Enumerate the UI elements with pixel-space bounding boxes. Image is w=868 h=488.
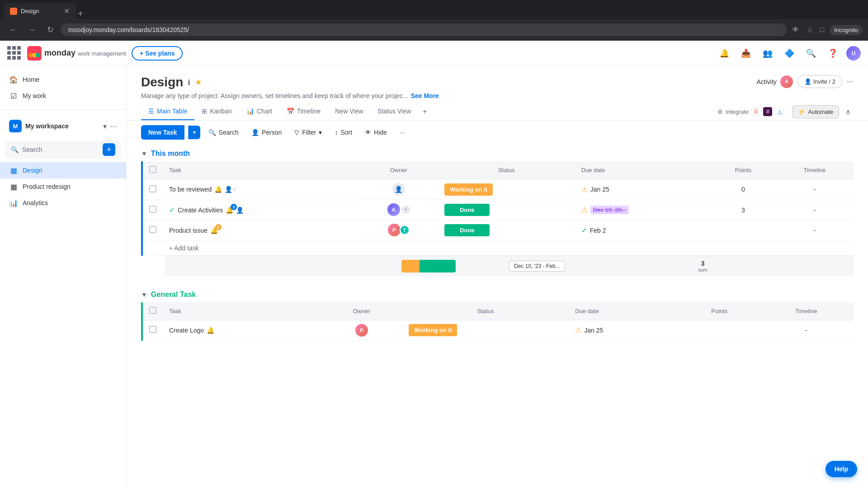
activity-section[interactable]: Activity A xyxy=(757,75,793,88)
status-badge[interactable]: Working on it xyxy=(444,183,493,196)
owner-avatar: A xyxy=(387,203,400,216)
workspace-section[interactable]: M My workspace ▾ ··· xyxy=(0,115,126,137)
table-row: Product issue 🔔1 P T Done xyxy=(143,220,854,240)
notification-icon[interactable]: 🔔2 xyxy=(226,206,233,214)
owner-avatar-2: T xyxy=(400,225,410,235)
tab-timeline[interactable]: 📅 Timeline xyxy=(279,103,328,120)
status-badge[interactable]: Done xyxy=(444,224,490,236)
grid-menu-icon[interactable] xyxy=(7,46,22,61)
tab-kanban[interactable]: ⊞ Kanban xyxy=(194,103,239,120)
notification-icon[interactable]: 🔔 xyxy=(214,186,222,193)
browser-tab[interactable]: Design ✕ xyxy=(4,3,76,19)
bookmark-icon[interactable]: ☆ xyxy=(805,24,815,36)
tab-chart[interactable]: 📊 Chart xyxy=(239,103,279,120)
status-cell[interactable]: Done xyxy=(438,220,575,240)
task-name-text: Create Logo xyxy=(169,327,204,334)
toolbar-search-label: Search xyxy=(219,129,239,136)
new-task-button[interactable]: New Task xyxy=(141,125,184,140)
invite-label: Invite / 2 xyxy=(813,78,835,85)
add-task-label[interactable]: + Add task xyxy=(163,240,359,255)
this-month-title[interactable]: This month xyxy=(151,150,190,158)
tab-main-table[interactable]: ☰ Main Table xyxy=(141,103,194,120)
person-filter-button[interactable]: 👤 Person xyxy=(247,126,286,139)
sidebar-item-design[interactable]: ▦ Design xyxy=(0,162,126,178)
more-toolbar-button[interactable]: ··· xyxy=(395,126,410,139)
sidebar-mywork-label: My work xyxy=(23,92,46,99)
visibility-icon[interactable]: 👁 xyxy=(790,24,801,36)
hide-button[interactable]: 👁 Hide xyxy=(360,126,392,139)
due-date-text: Feb 2 xyxy=(590,227,606,234)
select-all-checkbox[interactable] xyxy=(149,166,156,173)
status-badge[interactable]: Done xyxy=(444,204,490,216)
status-cell[interactable]: Working on it xyxy=(402,320,569,341)
invite-button[interactable]: 👤 Invite / 2 xyxy=(797,75,842,88)
sidebar-item-mywork[interactable]: ☑ My work xyxy=(0,88,126,104)
apps-icon[interactable]: 🔷 xyxy=(781,45,797,61)
notification-icon[interactable]: 🔔1 xyxy=(210,227,218,234)
owner-cell: P xyxy=(321,320,402,341)
sidebar-add-button[interactable]: + xyxy=(103,143,115,156)
due-warning-icon: ⚠ xyxy=(581,185,588,194)
help-button[interactable]: Help xyxy=(826,461,857,477)
help-icon[interactable]: ❓ xyxy=(825,45,841,61)
user-avatar[interactable]: U xyxy=(846,46,861,61)
sort-button[interactable]: ↕ Sort xyxy=(330,126,357,139)
filter-button[interactable]: ▽ Filter ▾ xyxy=(290,126,326,139)
task-check-icon[interactable]: ✓ xyxy=(169,206,175,214)
tab-close-icon[interactable]: ✕ xyxy=(64,7,70,15)
notifications-icon[interactable]: 🔔 xyxy=(716,45,732,61)
more-options-button[interactable]: ··· xyxy=(847,77,854,86)
board-info-icon[interactable]: ℹ xyxy=(188,78,190,87)
general-task-title[interactable]: General Task xyxy=(151,291,196,299)
see-more-link[interactable]: See More xyxy=(411,92,439,99)
row-checkbox[interactable] xyxy=(149,206,156,213)
automate-button[interactable]: ⚡ Automate xyxy=(792,105,839,118)
address-bar[interactable] xyxy=(61,23,787,36)
automate-label: Automate xyxy=(808,108,833,115)
monday-logo[interactable]: monday work management xyxy=(27,46,126,61)
people-icon[interactable]: 👥 xyxy=(760,45,776,61)
analytics-icon: 📊 xyxy=(9,198,18,207)
row-checkbox[interactable] xyxy=(149,185,156,192)
status-cell[interactable]: Done xyxy=(438,200,575,220)
sort-icon: ↕ xyxy=(335,129,338,136)
add-view-button[interactable]: + xyxy=(418,103,431,120)
workspace-more-icon[interactable]: ··· xyxy=(110,122,117,131)
status-cell[interactable]: Working on it xyxy=(438,179,575,200)
see-plans-button[interactable]: + See plans xyxy=(132,46,183,61)
new-tab-icon[interactable]: + xyxy=(78,9,83,19)
sidebar: 🏠 Home ☑ My work M My workspace ▾ ··· 🔍 … xyxy=(0,66,127,488)
add-person-icon[interactable]: 👤 xyxy=(236,206,244,214)
this-month-table: Task Owner Status Due date Points Timeli… xyxy=(143,161,854,256)
collapse-icon[interactable]: ∧ xyxy=(843,106,854,117)
general-section-toggle-icon[interactable]: ▼ xyxy=(141,291,147,298)
back-button[interactable]: ← xyxy=(5,23,21,37)
section-toggle-icon[interactable]: ▼ xyxy=(141,150,147,157)
sidebar-item-analytics[interactable]: 📊 Analytics xyxy=(0,195,126,211)
status-badge[interactable]: Working on it xyxy=(409,324,457,336)
inbox-icon[interactable]: 📥 xyxy=(738,45,754,61)
sidebar-item-home[interactable]: 🏠 Home xyxy=(0,71,126,88)
person-label: Person xyxy=(262,129,282,136)
add-task-row[interactable]: + Add task xyxy=(143,240,854,255)
new-task-dropdown-button[interactable]: ▾ xyxy=(188,126,200,139)
owner-col-header: Owner xyxy=(359,161,438,179)
board-star-icon[interactable]: ★ xyxy=(195,77,202,87)
add-person-icon[interactable]: 👤+ xyxy=(225,186,236,193)
row-checkbox[interactable] xyxy=(149,226,156,233)
select-all-checkbox-2[interactable] xyxy=(149,307,156,314)
row-checkbox-2[interactable] xyxy=(149,326,156,333)
due-date-text: Jan 25 xyxy=(584,327,603,334)
profile-icon[interactable]: □ xyxy=(818,24,826,36)
tab-status-view[interactable]: Status View xyxy=(370,103,418,120)
search-button[interactable]: 🔍 Search xyxy=(204,126,243,139)
sidebar-search-label[interactable]: Search xyxy=(22,146,42,153)
integrate-button[interactable]: ⚙ Integrate G # △ xyxy=(713,104,788,119)
refresh-button[interactable]: ↻ xyxy=(43,23,57,37)
notification-icon[interactable]: 🔔 xyxy=(207,327,214,334)
search-icon[interactable]: 🔍 xyxy=(803,45,819,61)
tab-new-view[interactable]: New View xyxy=(328,103,370,120)
sidebar-search-icon: 🔍 xyxy=(11,146,19,153)
forward-button[interactable]: → xyxy=(24,23,40,37)
sidebar-item-product-redesign[interactable]: ▦ Product redesign xyxy=(0,178,126,195)
